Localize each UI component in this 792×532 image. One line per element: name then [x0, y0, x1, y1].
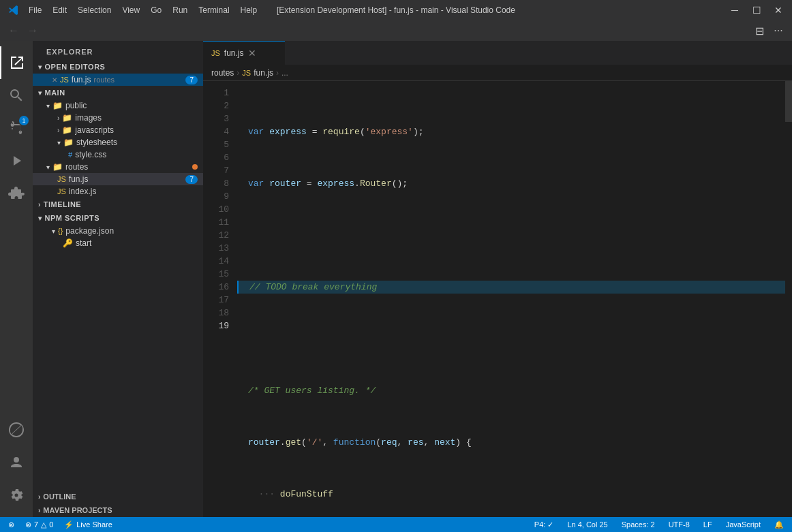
minimize-button[interactable]: ─ — [727, 2, 743, 18]
line-num-11: 11 — [203, 216, 229, 229]
menu-run[interactable]: Run — [172, 5, 187, 15]
menu-help[interactable]: Help — [241, 5, 258, 15]
outline-chevron: › — [38, 493, 40, 501]
language-label: JavaScript — [726, 520, 761, 529]
live-share-status-item[interactable]: ⚡ Live Share — [61, 517, 115, 532]
maven-chevron: › — [38, 507, 40, 514]
code-content[interactable]: var express = require('express'); var ro… — [237, 81, 785, 517]
folder-icon: 📁 — [62, 113, 72, 123]
line-num-14: 14 — [203, 255, 229, 268]
errors-status-item[interactable]: ⊗ 7 △ 0 — [22, 517, 56, 532]
line-numbers: 1 2 3 4 5 6 7 8 9 10 11 12 13 14 15 16 1… — [203, 81, 237, 517]
line-num-8: 8 — [203, 177, 229, 190]
notification-status-item[interactable]: 🔔 — [772, 517, 787, 532]
p4-status-item[interactable]: P4: ✓ — [532, 517, 557, 532]
js-file-icon: JS — [60, 76, 69, 84]
outline-panel[interactable]: › OUTLINE — [33, 490, 203, 503]
line-num-16: 16 — [203, 281, 229, 294]
maximize-button[interactable]: ☐ — [748, 2, 765, 18]
line-ending-label: LF — [703, 520, 712, 529]
code-line-1: var express = require('express'); — [237, 125, 785, 138]
error-count: 7 — [34, 520, 38, 529]
tab-close-button[interactable]: ✕ — [248, 48, 256, 59]
folder-icon: 📁 — [62, 125, 72, 135]
activity-bar-bottom — [0, 413, 33, 517]
breadcrumb-dots[interactable]: ... — [281, 68, 288, 78]
menu-go[interactable]: Go — [151, 5, 162, 15]
timeline-chevron: › — [38, 201, 41, 208]
account-activity-icon[interactable] — [0, 446, 33, 479]
folder-name-routes: routes — [65, 162, 88, 172]
live-share-icon: ⚡ — [64, 520, 74, 529]
split-editor-button[interactable]: ⊟ — [751, 22, 767, 39]
tree-item-index-js[interactable]: JS index.js — [33, 185, 203, 198]
line-num-10: 10 — [203, 203, 229, 216]
open-editors-label: Open Editors — [45, 63, 106, 71]
source-control-activity-icon[interactable]: 1 — [0, 112, 33, 144]
back-button[interactable]: ← — [5, 22, 22, 39]
open-editors-chevron: ▾ — [38, 63, 42, 71]
routes-chevron: ▾ — [46, 163, 50, 171]
json-file-icon: {} — [58, 227, 63, 235]
script-name-start: start — [76, 238, 91, 248]
remote-status-item[interactable]: ⊗ — [5, 517, 17, 532]
encoding-status-item[interactable]: UTF-8 — [666, 517, 692, 532]
tree-item-javascripts[interactable]: › 📁 javascripts — [33, 124, 203, 136]
javascripts-chevron: › — [57, 127, 59, 134]
line-num-12: 12 — [203, 229, 229, 242]
filename-style-css: style.css — [75, 150, 106, 159]
folder-name-stylesheets: stylesheets — [76, 138, 117, 147]
tree-item-package-json[interactable]: ▾ {} package.json — [33, 225, 203, 237]
indent-status-item[interactable]: Spaces: 2 — [619, 517, 658, 532]
toolbar: ← → ⊟ ··· — [0, 20, 792, 41]
open-editors-section[interactable]: ▾ Open Editors — [33, 60, 203, 74]
code-editor[interactable]: 1 2 3 4 5 6 7 8 9 10 11 12 13 14 15 16 1… — [203, 81, 792, 517]
menu-edit[interactable]: Edit — [52, 5, 67, 15]
title-bar: File Edit Selection View Go Run Terminal… — [0, 0, 792, 20]
timeline-label: Timeline — [44, 200, 81, 208]
code-line-4: // TODO break everything — [237, 281, 785, 294]
search-activity-icon[interactable] — [0, 79, 33, 112]
remote-activity-icon[interactable] — [0, 413, 33, 446]
line-ending-status-item[interactable]: LF — [701, 517, 715, 532]
extensions-activity-icon[interactable] — [0, 177, 33, 210]
forward-button[interactable]: → — [25, 22, 41, 39]
breadcrumb-funjs[interactable]: fun.js — [254, 68, 273, 78]
menu-selection[interactable]: Selection — [78, 5, 111, 15]
open-editor-path: routes — [94, 76, 115, 84]
explorer-activity-icon[interactable] — [0, 46, 33, 79]
status-bar-right: P4: ✓ Ln 4, Col 25 Spaces: 2 UTF-8 LF Ja… — [532, 517, 787, 532]
more-actions-button[interactable]: ··· — [770, 22, 787, 39]
cursor-position-item[interactable]: Ln 4, Col 25 — [564, 517, 610, 532]
tree-item-images[interactable]: › 📁 images — [33, 112, 203, 124]
tree-item-style-css[interactable]: # style.css — [33, 148, 203, 161]
tree-item-fun-js[interactable]: JS fun.js 7 — [33, 173, 203, 185]
breadcrumb-routes[interactable]: routes — [211, 68, 234, 78]
menu-terminal[interactable]: Terminal — [198, 5, 229, 15]
tree-item-public[interactable]: ▾ 📁 public — [33, 99, 203, 112]
open-editor-fun-js[interactable]: ✕ JS fun.js routes 7 — [33, 74, 203, 86]
code-line-3 — [237, 229, 785, 242]
maven-projects-panel[interactable]: › MAVEN PROJECTS — [33, 503, 203, 517]
tree-item-stylesheets[interactable]: ▾ 📁 stylesheets — [33, 136, 203, 148]
run-debug-activity-icon[interactable] — [0, 144, 33, 177]
tab-fun-js[interactable]: JS fun.js ✕ — [203, 41, 285, 65]
close-icon[interactable]: ✕ — [52, 76, 57, 84]
js-file-icon: JS — [57, 187, 66, 195]
close-button[interactable]: ✕ — [770, 2, 787, 18]
code-line-7: router.get('/', function(req, res, next)… — [237, 436, 785, 449]
code-line-6: /* GET users listing. */ — [237, 384, 785, 397]
menu-file[interactable]: File — [29, 5, 42, 15]
minimap-thumb[interactable] — [785, 81, 792, 122]
settings-activity-icon[interactable] — [0, 479, 33, 512]
titlebar-menu: File Edit Selection View Go Run Terminal… — [29, 5, 257, 15]
tree-item-start-script[interactable]: 🔑 start — [33, 237, 203, 249]
tree-item-routes[interactable]: ▾ 📁 routes — [33, 161, 203, 173]
breadcrumb-sep-1: › — [237, 68, 239, 78]
timeline-section[interactable]: › Timeline — [33, 198, 203, 211]
menu-view[interactable]: View — [122, 5, 140, 15]
npm-scripts-section[interactable]: ▾ NPM Scripts — [33, 211, 203, 225]
routes-modified-dot — [192, 164, 198, 170]
main-section[interactable]: ▾ Main — [33, 86, 203, 99]
language-status-item[interactable]: JavaScript — [723, 517, 763, 532]
